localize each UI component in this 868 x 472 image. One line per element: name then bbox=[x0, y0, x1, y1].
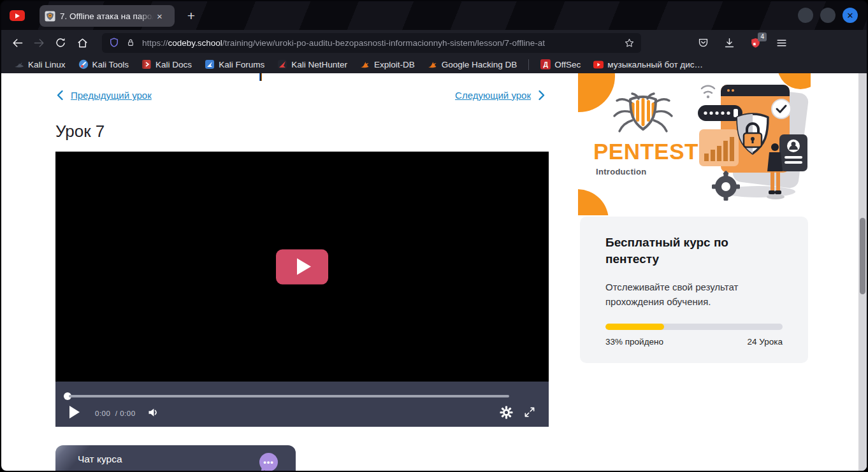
video-play-button[interactable] bbox=[276, 249, 328, 284]
card-title: Бесплатный курс по пентесту bbox=[605, 234, 758, 267]
video-time-display: 0:00 / 0:00 bbox=[95, 410, 136, 417]
window-controls: ✕ bbox=[798, 8, 858, 23]
pentest-spider-logo-icon bbox=[611, 92, 675, 138]
youtube-play-icon bbox=[15, 13, 20, 18]
adblocker-badge: 4 bbox=[758, 32, 767, 41]
kali-tools-icon bbox=[78, 59, 89, 69]
chat-bubble-icon[interactable]: ••• bbox=[259, 453, 278, 471]
lesson-heading: Урок 7 bbox=[55, 122, 105, 141]
close-button[interactable]: ✕ bbox=[843, 8, 858, 23]
course-chat-panel[interactable]: Чат курса ••• bbox=[55, 445, 296, 472]
navigation-toolbar: https://codeby.school/training/view/urok… bbox=[1, 30, 867, 55]
lessons-count-label: 24 Урока bbox=[748, 337, 783, 347]
pocket-save-icon[interactable] bbox=[697, 37, 709, 49]
fullscreen-icon[interactable] bbox=[523, 406, 536, 421]
tab-close-icon[interactable]: × bbox=[157, 11, 163, 21]
pentest-subtitle: Introduction bbox=[596, 167, 646, 176]
chevron-left-icon bbox=[55, 90, 65, 101]
course-progress-card: Бесплатный курс по пентесту Отслеживайте… bbox=[580, 217, 808, 363]
progress-percent-label: 33% пройдено bbox=[605, 337, 663, 347]
prev-lesson-label[interactable]: Предыдущий урок bbox=[71, 90, 152, 101]
bookmarks-bar: Kali Linux Kali Tools Kali Docs Kali For… bbox=[1, 55, 867, 73]
course-banner: PENTEST Introduction bbox=[578, 73, 811, 215]
maximize-button[interactable] bbox=[820, 8, 835, 23]
adblocker-shield-icon[interactable]: 4 bbox=[749, 37, 762, 49]
course-progress-bar bbox=[605, 324, 783, 330]
settings-gear-icon[interactable] bbox=[500, 406, 513, 422]
pentest-brand-text: PENTEST bbox=[593, 139, 698, 164]
bookmark-google-hacking-db[interactable]: Google Hacking DB bbox=[423, 58, 523, 71]
bookmark-kali-forums[interactable]: Kali Forums bbox=[199, 58, 270, 71]
orange-circle-decoration bbox=[578, 73, 615, 112]
url-text: https://codeby.school/training/view/urok… bbox=[142, 38, 624, 48]
bookmarks-separator bbox=[528, 59, 529, 70]
lock-icon[interactable] bbox=[126, 38, 136, 48]
active-tab[interactable]: 7. Offline атака на пароли × bbox=[40, 5, 175, 27]
youtube-icon bbox=[593, 59, 604, 69]
google-hacking-db-bird-icon bbox=[428, 59, 438, 69]
offsec-icon: Д bbox=[540, 59, 551, 69]
home-button[interactable] bbox=[71, 33, 93, 52]
kali-forums-icon bbox=[205, 59, 215, 69]
bookmark-offsec[interactable]: Д OffSec bbox=[535, 58, 586, 71]
video-controls-play-icon[interactable] bbox=[69, 406, 80, 418]
menu-hamburger-icon[interactable] bbox=[776, 37, 788, 49]
bookmark-music-bot[interactable]: музыкальный бот дис… bbox=[588, 58, 708, 71]
tab-title: 7. Offline атака на пароли bbox=[60, 11, 156, 21]
volume-icon[interactable] bbox=[147, 406, 160, 422]
chat-title: Чат курса bbox=[78, 454, 122, 465]
video-player: 0:00 / 0:00 bbox=[55, 152, 549, 427]
browser-window: 7. Offline атака на пароли × + ✕ bbox=[0, 0, 868, 472]
page-content: Предыдущий урок Следующий урок Урок 7 0:… bbox=[1, 73, 867, 472]
titlebar: 7. Offline атака на пароли × + ✕ bbox=[1, 1, 867, 30]
codeby-favicon-icon bbox=[45, 11, 55, 22]
back-button[interactable] bbox=[6, 33, 28, 52]
toolbar-right-icons: 4 bbox=[697, 37, 788, 49]
bookmark-kali-nethunter[interactable]: Kali NetHunter bbox=[272, 58, 352, 71]
new-tab-button[interactable]: + bbox=[182, 7, 200, 25]
course-progress-fill bbox=[605, 324, 664, 330]
video-seek-bar[interactable] bbox=[69, 395, 509, 397]
youtube-pinned-tab[interactable] bbox=[10, 10, 25, 21]
bookmark-kali-tools[interactable]: Kali Tools bbox=[73, 58, 134, 71]
tracking-protection-shield-icon[interactable] bbox=[108, 37, 120, 48]
downloads-icon[interactable] bbox=[723, 37, 735, 49]
bookmark-exploit-db[interactable]: Exploit-DB bbox=[355, 58, 420, 71]
next-lesson-label[interactable]: Следующий урок bbox=[455, 90, 531, 101]
video-controls: 0:00 / 0:00 bbox=[55, 382, 549, 427]
card-description: Отслеживайте свой результат прохождения … bbox=[605, 280, 758, 309]
minimize-button[interactable] bbox=[798, 8, 813, 23]
reload-button[interactable] bbox=[50, 33, 71, 52]
scrollbar-thumb[interactable] bbox=[860, 218, 865, 294]
orange-circle-decoration bbox=[578, 189, 609, 215]
exploit-db-bird-icon bbox=[360, 59, 370, 69]
bookmark-kali-docs[interactable]: Kali Docs bbox=[136, 58, 197, 71]
bookmark-kali-linux[interactable]: Kali Linux bbox=[9, 58, 71, 71]
pentest-illustration bbox=[698, 76, 811, 210]
cutoff-text-artifact bbox=[259, 73, 262, 81]
kali-docs-icon bbox=[141, 59, 152, 69]
kali-nethunter-icon bbox=[277, 59, 287, 69]
prev-lesson-link[interactable]: Предыдущий урок bbox=[55, 90, 152, 101]
play-triangle-icon bbox=[297, 259, 311, 275]
page-scrollbar[interactable] bbox=[858, 73, 867, 472]
forward-button[interactable] bbox=[28, 33, 50, 52]
chevron-right-icon bbox=[537, 90, 546, 101]
bookmark-star-icon[interactable] bbox=[624, 38, 635, 48]
kali-linux-icon bbox=[14, 59, 24, 69]
next-lesson-link[interactable]: Следующий урок bbox=[455, 90, 546, 101]
url-bar[interactable]: https://codeby.school/training/view/urok… bbox=[102, 33, 641, 53]
video-screen[interactable] bbox=[55, 152, 549, 382]
